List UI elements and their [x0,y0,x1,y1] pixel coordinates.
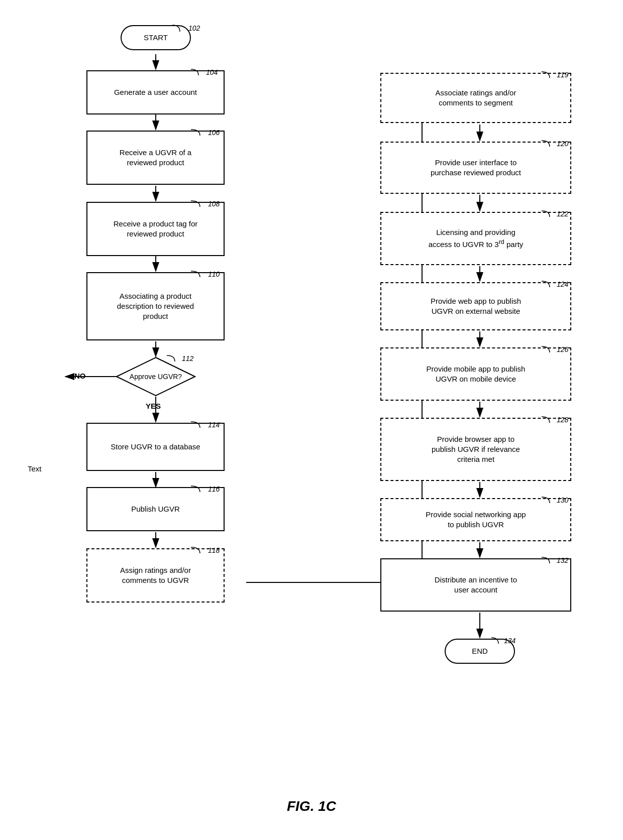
ref-102: 102 [188,24,200,32]
node-114: Store UGVR to a database [86,423,225,471]
ref-118: 118 [208,546,220,554]
ref-132: 132 [557,556,568,564]
node-130-label: Provide social networking appto publish … [426,510,526,530]
node-106: Receive a UGVR of areviewed product [86,131,225,185]
ref-104: 104 [206,68,218,76]
node-116-label: Publish UGVR [131,504,180,514]
node-104: Generate a user account [86,70,225,114]
node-120: Provide user interface topurchase review… [380,142,571,194]
node-119: Associate ratings and/orcomments to segm… [380,73,571,123]
node-116: Publish UGVR [86,487,225,531]
node-118: Assign ratings and/orcomments to UGVR [86,548,225,603]
node-108: Receive a product tag forreviewed produc… [86,202,225,256]
ref-108: 108 [208,200,220,208]
ref-116: 116 [208,485,220,493]
node-120-label: Provide user interface topurchase review… [431,158,521,178]
node-112: Approve UGVR? [116,356,196,397]
yes-label: YES [146,402,161,410]
node-114-label: Store UGVR to a database [111,442,200,452]
node-118-label: Assign ratings and/orcomments to UGVR [120,565,191,586]
node-132-label: Distribute an incentive touser account [435,575,517,595]
ref-114: 114 [208,421,220,429]
node-119-label: Associate ratings and/orcomments to segm… [436,88,516,108]
ref-112: 112 [182,354,193,363]
node-124: Provide web app to publishUGVR on extern… [380,282,571,330]
node-122: Licensing and providingaccess to UGVR to… [380,212,571,265]
ref-130: 130 [557,496,568,504]
node-132: Distribute an incentive touser account [380,558,571,612]
node-128: Provide browser app topublish UGVR if re… [380,418,571,481]
caption-label: FIG. 1C [287,798,336,814]
end-label: END [472,646,488,656]
start-node: START [121,25,191,50]
node-108-label: Receive a product tag forreviewed produc… [114,219,198,239]
flowchart-diagram: START 102 Generate a user account 104 Re… [0,0,623,793]
ref-134: 134 [504,637,515,645]
node-110-label: Associating a productdescription to revi… [117,291,194,322]
node-126: Provide mobile app to publishUGVR on mob… [380,347,571,401]
no-label: NO [74,372,86,380]
ref-124: 124 [557,280,568,288]
ref-122: 122 [557,210,568,218]
node-126-label: Provide mobile app to publishUGVR on mob… [427,364,526,385]
start-label: START [144,33,168,43]
node-130: Provide social networking appto publish … [380,498,571,541]
node-122-label: Licensing and providingaccess to UGVR to… [429,227,524,250]
node-124-label: Provide web app to publishUGVR on extern… [431,296,521,317]
text-label: Text [28,464,42,473]
ref-110: 110 [208,270,220,278]
node-104-label: Generate a user account [114,87,197,97]
node-110: Associating a productdescription to revi… [86,272,225,340]
ref-128: 128 [557,416,568,424]
node-128-label: Provide browser app topublish UGVR if re… [432,434,520,465]
ref-106: 106 [208,129,220,137]
node-112-label: Approve UGVR? [130,373,182,381]
ref-119: 119 [557,71,568,79]
node-106-label: Receive a UGVR of areviewed product [120,148,191,168]
figure-caption: FIG. 1C [0,793,623,824]
ref-126: 126 [557,345,568,353]
ref-120: 120 [557,140,568,148]
